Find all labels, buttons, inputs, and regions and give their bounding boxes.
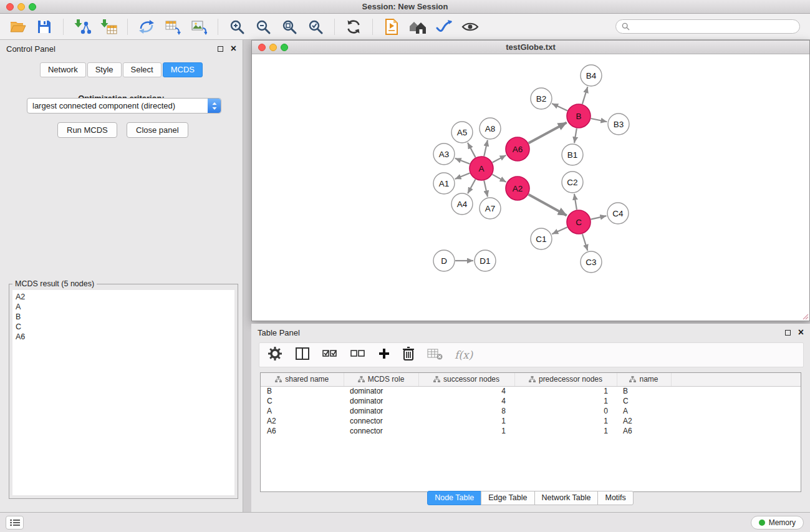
network-edge[interactable]	[591, 118, 607, 122]
function-builder-button[interactable]: f(x)	[455, 349, 473, 361]
mcds-result-item[interactable]: C	[16, 322, 231, 332]
close-panel-button[interactable]: Close panel	[127, 122, 188, 138]
network-node[interactable]: A8	[480, 118, 501, 139]
network-edge[interactable]	[552, 227, 567, 234]
search-input[interactable]	[634, 22, 794, 31]
network-node[interactable]: A4	[451, 193, 473, 215]
zoom-in-button[interactable]	[224, 16, 250, 38]
home-button[interactable]	[405, 16, 431, 38]
table-row[interactable]: A6connector11A6	[261, 426, 801, 436]
deselect-all-button[interactable]	[350, 347, 366, 363]
network-node[interactable]: B1	[562, 144, 583, 165]
zoom-fit-button[interactable]	[276, 16, 302, 38]
memory-button[interactable]: Memory	[751, 516, 804, 530]
network-edge[interactable]	[455, 173, 470, 179]
network-node[interactable]: C1	[531, 228, 552, 249]
tab-select[interactable]: Select	[123, 62, 162, 77]
save-session-button[interactable]	[31, 16, 57, 38]
network-node[interactable]: C3	[581, 251, 602, 273]
network-snapshot-button[interactable]	[378, 16, 405, 38]
table-row[interactable]: Bdominator41B	[261, 386, 801, 396]
import-table-button[interactable]	[95, 16, 122, 38]
delete-table-button[interactable]	[427, 347, 443, 363]
minimize-window-button[interactable]	[17, 3, 25, 11]
show-columns-button[interactable]	[295, 347, 310, 363]
network-edge[interactable]	[529, 195, 567, 216]
mcds-result-item[interactable]: A2	[16, 292, 231, 302]
search-field[interactable]	[615, 19, 800, 34]
table-settings-button[interactable]	[267, 346, 283, 364]
network-node[interactable]: B	[567, 104, 591, 128]
network-edge[interactable]	[529, 122, 567, 143]
tab-motifs[interactable]: Motifs	[597, 491, 633, 505]
network-edge[interactable]	[582, 234, 587, 251]
zoom-selected-button[interactable]	[302, 16, 329, 38]
network-node[interactable]: B3	[608, 114, 629, 135]
task-history-button[interactable]	[6, 516, 24, 530]
close-panel-icon[interactable]: ×	[231, 45, 236, 52]
network-node[interactable]: B4	[581, 65, 602, 86]
float-table-panel-button[interactable]	[785, 330, 791, 336]
tab-mcds[interactable]: MCDS	[163, 62, 203, 77]
network-edge[interactable]	[574, 194, 577, 210]
style-check-button[interactable]	[431, 16, 457, 38]
network-node[interactable]: A5	[451, 122, 473, 143]
zoom-window-button[interactable]	[29, 3, 36, 11]
network-edge[interactable]	[493, 155, 506, 163]
select-all-button[interactable]	[322, 347, 338, 363]
resize-grip-icon[interactable]	[801, 312, 809, 320]
column-header[interactable]: successor nodes	[418, 373, 514, 386]
close-table-panel-icon[interactable]: ×	[798, 329, 804, 336]
mcds-result-item[interactable]: A6	[16, 332, 231, 342]
close-window-button[interactable]	[6, 3, 14, 11]
network-minimize-button[interactable]	[269, 44, 277, 51]
network-node[interactable]: C4	[607, 203, 629, 224]
network-edge[interactable]	[552, 104, 567, 111]
network-node[interactable]: A3	[433, 143, 455, 165]
tab-network[interactable]: Network	[40, 62, 86, 77]
column-header[interactable]: MCDS role	[344, 373, 418, 386]
network-node[interactable]: C	[567, 210, 591, 234]
network-node[interactable]: A6	[506, 137, 529, 161]
show-graphics-button[interactable]	[457, 16, 483, 38]
network-node[interactable]: B2	[531, 88, 552, 109]
tab-edge-table[interactable]: Edge Table	[481, 491, 534, 505]
criterion-dropdown[interactable]: largest connected component (directed)	[27, 98, 221, 114]
network-edge[interactable]	[455, 158, 470, 164]
network-edge[interactable]	[484, 181, 488, 197]
network-zoom-button[interactable]	[281, 44, 288, 51]
float-panel-button[interactable]	[218, 46, 223, 52]
network-node[interactable]: A1	[433, 173, 455, 194]
tab-network-table[interactable]: Network Table	[534, 491, 599, 505]
export-table-button[interactable]	[160, 16, 186, 38]
delete-column-button[interactable]	[402, 346, 415, 364]
network-node[interactable]: A7	[480, 198, 501, 219]
export-network-button[interactable]	[133, 16, 160, 38]
tab-style[interactable]: Style	[87, 62, 122, 77]
network-edge[interactable]	[493, 175, 506, 182]
network-close-button[interactable]	[258, 44, 266, 51]
network-node[interactable]: A2	[506, 177, 529, 200]
export-image-button[interactable]	[186, 16, 212, 38]
network-node[interactable]: D	[433, 250, 455, 271]
table-row[interactable]: Adominator80A	[261, 406, 801, 416]
column-header[interactable]: shared name	[261, 373, 344, 386]
network-edge[interactable]	[484, 140, 488, 157]
network-node[interactable]: C2	[562, 172, 583, 193]
open-file-button[interactable]	[5, 16, 31, 38]
apply-layout-button[interactable]	[340, 16, 367, 38]
network-edge[interactable]	[591, 216, 607, 220]
table-row[interactable]: Cdominator41C	[261, 396, 801, 406]
network-edge[interactable]	[582, 87, 588, 104]
network-edge[interactable]	[574, 128, 577, 143]
network-node[interactable]: A	[470, 157, 493, 180]
table-row[interactable]: A2connector11A2	[261, 416, 801, 426]
mcds-result-item[interactable]: A	[16, 302, 231, 312]
add-column-button[interactable]	[378, 347, 390, 362]
column-header[interactable]: name	[617, 373, 671, 386]
mcds-result-item[interactable]: B	[16, 312, 231, 322]
tab-node-table[interactable]: Node Table	[427, 491, 481, 505]
zoom-out-button[interactable]	[250, 16, 276, 38]
column-header[interactable]: predecessor nodes	[514, 373, 617, 386]
node-table[interactable]: shared nameMCDS rolesuccessor nodesprede…	[260, 372, 801, 492]
